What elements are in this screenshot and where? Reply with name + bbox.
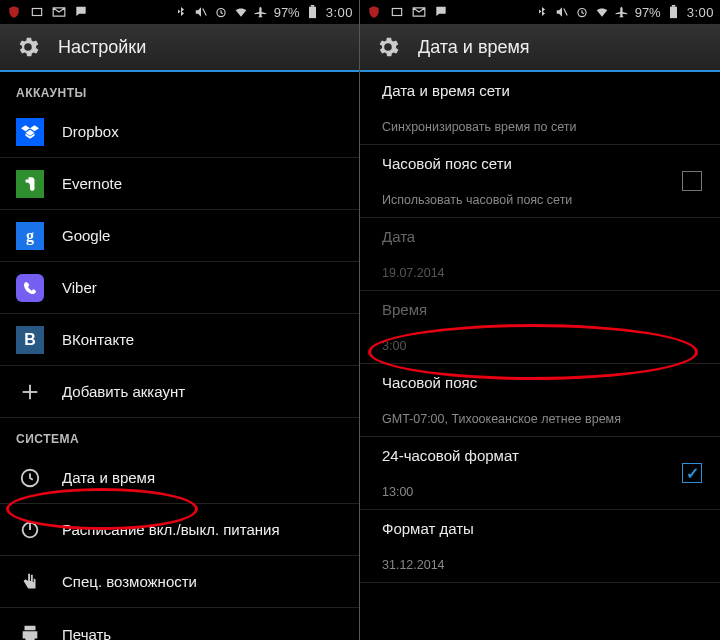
bluetooth-icon (174, 5, 188, 19)
svg-line-11 (563, 9, 567, 16)
gear-icon (14, 33, 42, 61)
gear-icon (374, 33, 402, 61)
setting-label: Часовой пояс сети (382, 155, 512, 172)
account-google[interactable]: g Google (0, 210, 359, 262)
account-label: Viber (62, 279, 343, 296)
airplane-icon (254, 5, 268, 19)
setting-time[interactable]: Время 3:00 (360, 291, 720, 364)
system-item-label: Печать (62, 626, 343, 641)
section-accounts: АККАУНТЫ (0, 72, 359, 106)
setting-timezone[interactable]: Часовой пояс GMT-07:00, Тихоокеанское ле… (360, 364, 720, 437)
setting-label: Время (382, 301, 427, 318)
settings-screen: 97% 3:00 Настройки АККАУНТЫ Dropbox Ever… (0, 0, 360, 640)
box-icon (390, 5, 404, 19)
setting-network-timezone[interactable]: Часовой пояс сети Использовать часовой п… (360, 145, 720, 218)
account-label: Dropbox (62, 123, 343, 140)
account-evernote[interactable]: Evernote (0, 158, 359, 210)
sms-icon (74, 5, 88, 19)
header-title: Дата и время (418, 37, 530, 58)
account-dropbox[interactable]: Dropbox (0, 106, 359, 158)
mute-icon (555, 5, 569, 19)
evernote-icon (16, 170, 44, 198)
header-title: Настройки (58, 37, 146, 58)
setting-24h-format[interactable]: 24-часовой формат 13:00 (360, 437, 720, 510)
shield-icon (6, 4, 22, 20)
account-label: ВКонтакте (62, 331, 343, 348)
sms-icon (434, 5, 448, 19)
bluetooth-icon (535, 5, 549, 19)
svg-rect-3 (309, 7, 316, 18)
clock: 3:00 (326, 5, 353, 20)
battery-icon (667, 5, 681, 19)
system-print[interactable]: Печать (0, 608, 359, 640)
hand-icon (16, 568, 44, 596)
setting-label: Часовой пояс (382, 374, 477, 391)
checkbox[interactable] (682, 171, 702, 191)
status-bar: 97% 3:00 (0, 0, 359, 24)
clock-icon (16, 464, 44, 492)
setting-label: Дата (382, 228, 415, 245)
settings-header: Настройки (0, 24, 359, 72)
alarm-icon (575, 5, 589, 19)
status-bar: 97% 3:00 (360, 0, 720, 24)
setting-network-time[interactable]: Дата и время сети Синхронизировать время… (360, 72, 720, 145)
print-icon (16, 620, 44, 640)
account-label: Evernote (62, 175, 343, 192)
google-icon: g (16, 222, 44, 250)
clock: 3:00 (687, 5, 714, 20)
setting-label: 24-часовой формат (382, 447, 519, 464)
box-icon (30, 5, 44, 19)
add-account-label: Добавить аккаунт (62, 383, 343, 400)
svg-rect-4 (311, 5, 315, 7)
setting-subtitle: 31.12.2014 (382, 558, 445, 572)
setting-subtitle: 19.07.2014 (382, 266, 445, 280)
power-icon (16, 516, 44, 544)
dropbox-icon (16, 118, 44, 146)
system-item-label: Расписание вкл./выкл. питания (62, 521, 343, 538)
mail-icon (52, 5, 66, 19)
mail-icon (412, 5, 426, 19)
account-label: Google (62, 227, 343, 244)
battery-percent: 97% (635, 5, 661, 20)
airplane-icon (615, 5, 629, 19)
setting-subtitle: GMT-07:00, Тихоокеанское летнее время (382, 412, 621, 426)
setting-label: Формат даты (382, 520, 474, 537)
alarm-icon (214, 5, 228, 19)
svg-rect-10 (392, 9, 401, 16)
system-date-time[interactable]: Дата и время (0, 452, 359, 504)
setting-date-format[interactable]: Формат даты 31.12.2014 (360, 510, 720, 583)
account-viber[interactable]: Viber (0, 262, 359, 314)
section-system: СИСТЕМА (0, 418, 359, 452)
vk-icon: B (16, 326, 44, 354)
setting-subtitle: 13:00 (382, 485, 413, 499)
setting-subtitle: Использовать часовой пояс сети (382, 193, 572, 207)
battery-percent: 97% (274, 5, 300, 20)
wifi-icon (595, 5, 609, 19)
system-accessibility[interactable]: Спец. возможности (0, 556, 359, 608)
system-item-label: Дата и время (62, 469, 343, 486)
setting-date[interactable]: Дата 19.07.2014 (360, 218, 720, 291)
svg-rect-13 (670, 7, 677, 18)
datetime-screen: 97% 3:00 Дата и время Дата и время сети … (360, 0, 720, 640)
system-power-schedule[interactable]: Расписание вкл./выкл. питания (0, 504, 359, 556)
mute-icon (194, 5, 208, 19)
viber-icon (16, 274, 44, 302)
shield-icon (366, 4, 382, 20)
add-account[interactable]: Добавить аккаунт (0, 366, 359, 418)
svg-rect-0 (32, 9, 41, 16)
svg-rect-14 (672, 5, 676, 7)
plus-icon (16, 378, 44, 406)
setting-subtitle: Синхронизировать время по сети (382, 120, 577, 134)
system-item-label: Спец. возможности (62, 573, 343, 590)
wifi-icon (234, 5, 248, 19)
battery-icon (306, 5, 320, 19)
setting-subtitle: 3:00 (382, 339, 406, 353)
svg-line-1 (202, 9, 206, 16)
account-vkontakte[interactable]: B ВКонтакте (0, 314, 359, 366)
setting-label: Дата и время сети (382, 82, 510, 99)
checkbox-checked[interactable] (682, 463, 702, 483)
datetime-header: Дата и время (360, 24, 720, 72)
